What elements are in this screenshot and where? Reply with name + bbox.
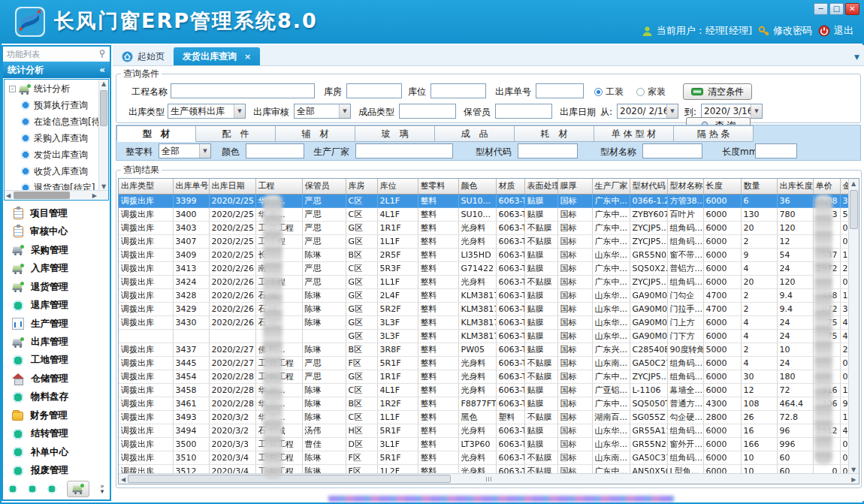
column-header[interactable]: 出库长度 bbox=[777, 179, 813, 194]
sidebar-menu-生产管理[interactable]: 生产管理 bbox=[3, 315, 110, 333]
collapse-icon[interactable]: « bbox=[99, 65, 105, 75]
sidebar-menu-结转管理[interactable]: 结转管理 bbox=[3, 425, 110, 443]
column-header[interactable]: 保管员 bbox=[302, 179, 346, 194]
scroll-thumb[interactable] bbox=[850, 190, 858, 229]
table-row[interactable]: 调拨出库35002020/3/3工 共工程曹佳D区3L1F整料LT3P60606… bbox=[119, 437, 858, 451]
column-header[interactable]: 数量 bbox=[741, 179, 777, 194]
column-header[interactable]: 表面处理 bbox=[524, 179, 557, 194]
change-password-button[interactable]: 修改密码 bbox=[758, 24, 812, 38]
column-header[interactable]: 工程 bbox=[255, 179, 302, 194]
pin-icon[interactable] bbox=[98, 50, 106, 59]
scroll-up-icon[interactable]: ▲ bbox=[99, 80, 108, 87]
profile-name-input[interactable] bbox=[642, 143, 702, 158]
table-row[interactable]: 调拨出库34542020/2/28工 共工程严思G区1R1F整料光身料6063-… bbox=[119, 370, 858, 383]
subtab-0[interactable]: 型 材 bbox=[116, 125, 196, 142]
sidebar-menu-项目管理[interactable]: 项目管理 bbox=[3, 204, 110, 222]
sidebar-menu-补单中心[interactable]: 补单中心 bbox=[3, 443, 110, 461]
tab-home[interactable]: 起始页 bbox=[113, 47, 174, 65]
subtab-5[interactable]: 耗 材 bbox=[515, 125, 594, 142]
scroll-up-icon[interactable]: ▲ bbox=[849, 180, 859, 187]
table-row[interactable]: 调拨出库34092020/2/25长 ...陈琳B区2R5F整料LI35HD60… bbox=[119, 248, 858, 261]
order-no-input[interactable] bbox=[536, 83, 584, 98]
maximize-button[interactable]: □ bbox=[829, 3, 844, 15]
sidebar-menu-审核中心[interactable]: 审核中心 bbox=[3, 222, 110, 240]
table-row[interactable]: 调拨出库34002020/2/25华 原...严思C区4L1F整料SU10...… bbox=[119, 207, 858, 221]
tree-vertical-scrollbar[interactable]: ▲ ▼ bbox=[98, 80, 108, 191]
sidebar-menu-财务管理[interactable]: 财务管理 bbox=[3, 406, 110, 424]
cart-shortcut-button[interactable] bbox=[67, 481, 89, 497]
sidebar-menu-仓储管理[interactable]: 仓储管理 bbox=[3, 370, 110, 388]
tree-item-2[interactable]: 采购入库查询 bbox=[5, 130, 108, 146]
product-type-input[interactable] bbox=[399, 104, 456, 119]
tree-item-4[interactable]: 收货入库查询 bbox=[5, 163, 108, 180]
table-row[interactable]: 调拨出库34072020/2/25工 工程严思G区1L1F整料光身料6063-T… bbox=[119, 234, 858, 248]
scroll-thumb[interactable] bbox=[128, 475, 451, 483]
subtab-2[interactable]: 辅 材 bbox=[276, 125, 355, 142]
table-row[interactable]: 调拨出库34932020/3/2华 原...陈琳C区1L1F整料黑色塑料不贴膜国… bbox=[119, 410, 858, 424]
column-header[interactable]: 长度 bbox=[703, 179, 741, 194]
warehouse-input[interactable] bbox=[346, 83, 402, 98]
tab-shipment-query[interactable]: 发货出库查询 × bbox=[174, 47, 260, 65]
table-row[interactable]: 调拨出库34452020/2/27工 共工程严思F区5R1F整料光身料6063-… bbox=[119, 356, 858, 370]
tree-item-3[interactable]: 发货出库查询 bbox=[5, 146, 108, 163]
subtab-1[interactable]: 配 件 bbox=[196, 125, 276, 142]
sidebar-menu-退货管理[interactable]: 退货管理 bbox=[3, 278, 110, 296]
tree-root-node[interactable]: - 统计分析 bbox=[5, 80, 108, 97]
tree-expander-icon[interactable]: - bbox=[9, 86, 16, 92]
column-header[interactable]: 颜色 bbox=[458, 179, 496, 194]
date-to-picker[interactable]: 2020/ 3/16▼ bbox=[701, 104, 763, 119]
scroll-left-icon[interactable]: ◀ bbox=[121, 476, 125, 483]
column-header[interactable]: 材质 bbox=[496, 179, 524, 194]
table-row[interactable]: 调拨出库34582020/2/28华 原...陈琳C区4L1F整料光身料6063… bbox=[119, 383, 858, 397]
subtab-6[interactable]: 单 体 型 材 bbox=[594, 125, 674, 142]
clear-conditions-button[interactable]: 清空条件 bbox=[683, 83, 752, 100]
minimize-button[interactable]: ─ bbox=[814, 3, 828, 15]
grid-vertical-scrollbar[interactable]: ▲ ▼ bbox=[848, 179, 859, 475]
scroll-thumb[interactable] bbox=[100, 90, 107, 126]
dot-icon[interactable] bbox=[28, 484, 37, 493]
column-header[interactable]: 型材名称 bbox=[667, 179, 703, 194]
close-tab-icon[interactable]: × bbox=[244, 52, 251, 62]
table-row[interactable]: 调拨出库34372020/2/27佛 料...陈琳B区3R8F整料PW05606… bbox=[119, 343, 858, 356]
sidebar-menu-物料盘存[interactable]: 物料盘存 bbox=[3, 388, 110, 406]
sidebar-menu-报废管理[interactable]: 报废管理 bbox=[3, 462, 110, 480]
scroll-down-icon[interactable]: ▼ bbox=[99, 183, 108, 190]
sidebar-menu-入库管理[interactable]: 入库管理 bbox=[3, 259, 110, 277]
date-from-picker[interactable]: 2020/ 2/16▼ bbox=[617, 104, 678, 119]
column-header[interactable]: 型材代码 bbox=[630, 179, 667, 194]
audit-select[interactable]: 全部▼ bbox=[294, 104, 351, 119]
scroll-right-icon[interactable]: ▶ bbox=[92, 192, 97, 199]
table-row[interactable]: 调拨出库33992020/2/25华 原...严思C区2L1F整料SU10...… bbox=[119, 194, 858, 207]
group-select[interactable]: 全部▼ bbox=[159, 143, 211, 158]
stats-section-header[interactable]: 统计分析 « bbox=[3, 62, 110, 78]
sidebar-menu-出库管理[interactable]: 出库管理 bbox=[3, 333, 110, 351]
logout-button[interactable]: 退出 bbox=[818, 24, 853, 38]
sidebar-menu-采购管理[interactable]: 采购管理 bbox=[3, 241, 110, 259]
table-row[interactable]: 调拨出库35102020/3/4工 共工程陈琳F区5R1F整料光身料6063-T… bbox=[119, 451, 858, 464]
keeper-input[interactable] bbox=[495, 104, 552, 119]
table-row[interactable]: G区3L3F整料KLM38176063-T5贴膜国标山东华...GA90M09.… bbox=[119, 329, 858, 343]
column-header[interactable]: 单价 bbox=[813, 179, 840, 194]
tree-item-1[interactable]: 在途信息查询[待 bbox=[5, 113, 108, 130]
scroll-right-icon[interactable]: ▶ bbox=[851, 476, 856, 483]
column-header[interactable]: 库房 bbox=[346, 179, 377, 194]
column-header[interactable]: 出库日期 bbox=[209, 179, 255, 194]
column-header[interactable]: 库位 bbox=[377, 179, 418, 194]
column-header[interactable]: 整零料 bbox=[418, 179, 458, 194]
tree-item-0[interactable]: 预算执行查询 bbox=[5, 97, 108, 113]
radio-home[interactable]: 家装 bbox=[636, 86, 666, 98]
location-input[interactable] bbox=[430, 83, 486, 98]
scroll-thumb[interactable] bbox=[14, 192, 70, 199]
dot-icon[interactable] bbox=[47, 484, 56, 493]
scroll-left-icon[interactable]: ◀ bbox=[6, 192, 11, 199]
tree-horizontal-scrollbar[interactable]: ◀ ▶ bbox=[5, 190, 108, 200]
grid-horizontal-scrollbar[interactable]: ◀ ▶ bbox=[119, 473, 859, 484]
column-header[interactable]: 生产厂家 bbox=[592, 179, 630, 194]
column-header[interactable]: 出库类型 bbox=[119, 179, 173, 194]
column-header[interactable]: 膜厚 bbox=[557, 179, 592, 194]
overflow-chevron-icon[interactable]: »▾ bbox=[100, 484, 104, 494]
table-row[interactable]: 调拨出库34132020/2/26南 ...严思C区5R3F整料G7142260… bbox=[119, 261, 858, 275]
project-name-input[interactable] bbox=[171, 83, 315, 98]
sidebar-menu-退库管理[interactable]: 退库管理 bbox=[3, 296, 110, 314]
length-input[interactable] bbox=[755, 143, 797, 158]
